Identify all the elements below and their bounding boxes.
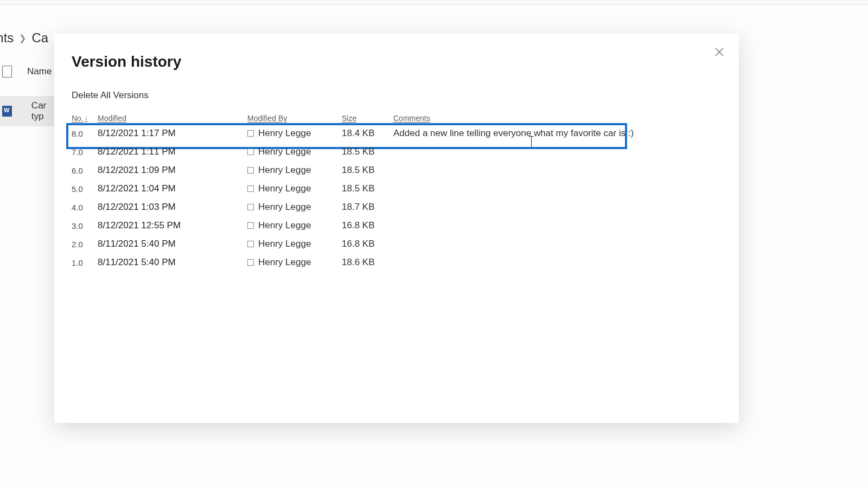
cell-size: 16.8 KB: [342, 220, 393, 231]
cell-version-no: 5.0: [72, 183, 98, 194]
file-row-selected[interactable]: Car typ: [0, 96, 60, 126]
cell-version-no: 3.0: [72, 220, 98, 230]
cell-modified-by: Henry Legge: [247, 146, 342, 157]
cell-modified-date[interactable]: 8/12/2021 1:09 PM: [98, 165, 247, 176]
presence-indicator-icon: [247, 204, 254, 210]
sync-icon: [18, 107, 25, 115]
versions-table: No. ↓ Modified Modified By Size Comments…: [72, 113, 722, 272]
cell-version-no: 1.0: [72, 257, 98, 267]
version-history-modal: Version history Delete All Versions No. …: [54, 34, 739, 423]
presence-indicator-icon: [247, 259, 254, 266]
modified-by-name[interactable]: Henry Legge: [258, 165, 311, 176]
cell-modified-by: Henry Legge: [247, 165, 342, 176]
breadcrumb-current: Ca: [31, 30, 48, 46]
table-row[interactable]: 7.08/12/2021 1:11 PMHenry Legge18.5 KB: [72, 143, 722, 161]
modified-by-name[interactable]: Henry Legge: [258, 128, 311, 139]
modal-overlay: Version history Delete All Versions No. …: [0, 0, 868, 488]
column-header-size[interactable]: Size: [342, 114, 393, 123]
cell-version-no: 2.0: [72, 239, 98, 249]
cell-modified-by: Henry Legge: [247, 183, 342, 194]
table-row[interactable]: 8.08/12/2021 1:17 PMHenry Legge18.4 KBAd…: [72, 124, 722, 143]
presence-indicator-icon: [247, 167, 254, 174]
modified-by-name[interactable]: Henry Legge: [258, 257, 311, 268]
column-header-modified-by[interactable]: Modified By: [247, 114, 342, 123]
cell-modified-date[interactable]: 8/12/2021 1:17 PM: [98, 128, 247, 139]
cell-modified-by: Henry Legge: [247, 239, 342, 249]
table-row[interactable]: 1.08/11/2021 5:40 PMHenry Legge18.6 KB: [72, 253, 722, 272]
table-body: 8.08/12/2021 1:17 PMHenry Legge18.4 KBAd…: [72, 124, 722, 272]
cell-version-no: 8.0: [72, 128, 98, 138]
cell-version-no: 4.0: [72, 202, 98, 212]
cell-modified-by: Henry Legge: [247, 220, 342, 231]
modified-by-name[interactable]: Henry Legge: [258, 183, 311, 194]
cell-comments: Added a new line telling everyone what m…: [393, 128, 722, 139]
column-header-modified[interactable]: Modified: [98, 114, 247, 123]
modal-title: Version history: [72, 53, 722, 70]
presence-indicator-icon: [247, 241, 254, 247]
breadcrumb-prev[interactable]: ents: [0, 30, 14, 46]
table-row[interactable]: 6.08/12/2021 1:09 PMHenry Legge18.5 KB: [72, 161, 722, 179]
close-icon: [715, 48, 724, 56]
column-header-no[interactable]: No. ↓: [72, 114, 98, 123]
presence-indicator-icon: [247, 185, 254, 192]
presence-indicator-icon: [247, 130, 254, 137]
cell-version-no: 7.0: [72, 146, 98, 157]
cell-size: 18.6 KB: [342, 257, 393, 268]
word-doc-icon: [2, 106, 12, 117]
cell-size: 18.5 KB: [342, 165, 393, 176]
column-name-header[interactable]: Name: [27, 66, 52, 77]
sort-descending-icon: ↓: [85, 114, 88, 122]
cell-modified-date[interactable]: 8/11/2021 5:40 PM: [98, 239, 247, 249]
cell-size: 18.7 KB: [342, 202, 393, 213]
presence-indicator-icon: [247, 149, 254, 155]
cell-size: 16.8 KB: [342, 239, 393, 249]
table-row[interactable]: 3.08/12/2021 12:55 PMHenry Legge16.8 KB: [72, 216, 722, 235]
cell-modified-date[interactable]: 8/12/2021 12:55 PM: [98, 220, 247, 231]
cell-modified-date[interactable]: 8/12/2021 1:03 PM: [98, 202, 247, 213]
column-header-comments[interactable]: Comments: [393, 114, 722, 123]
presence-indicator-icon: [247, 222, 254, 229]
modified-by-name[interactable]: Henry Legge: [258, 202, 311, 213]
table-row[interactable]: 4.08/12/2021 1:03 PMHenry Legge18.7 KB: [72, 198, 722, 216]
breadcrumb: ents ❯ Ca: [0, 30, 48, 46]
cell-modified-date[interactable]: 8/12/2021 1:04 PM: [98, 183, 247, 194]
delete-all-versions-link[interactable]: Delete All Versions: [72, 90, 149, 101]
cell-size: 18.5 KB: [342, 146, 393, 157]
cell-modified-by: Henry Legge: [247, 257, 342, 268]
cell-modified-by: Henry Legge: [247, 128, 342, 139]
modified-by-name[interactable]: Henry Legge: [258, 239, 311, 249]
chevron-right-icon: ❯: [19, 33, 26, 43]
cell-version-no: 6.0: [72, 165, 98, 175]
table-row[interactable]: 2.08/11/2021 5:40 PMHenry Legge16.8 KB: [72, 235, 722, 253]
cell-size: 18.4 KB: [342, 128, 393, 139]
cell-modified-date[interactable]: 8/11/2021 5:40 PM: [98, 257, 247, 268]
page-divider: [0, 4, 868, 4]
file-name: Car typ: [31, 100, 58, 122]
cell-modified-by: Henry Legge: [247, 202, 342, 213]
table-row[interactable]: 5.08/12/2021 1:04 PMHenry Legge18.5 KB: [72, 179, 722, 198]
file-type-icon: [2, 66, 12, 78]
cell-size: 18.5 KB: [342, 183, 393, 194]
table-header-row: No. ↓ Modified Modified By Size Comments: [72, 113, 722, 124]
modified-by-name[interactable]: Henry Legge: [258, 220, 311, 231]
cell-modified-date[interactable]: 8/12/2021 1:11 PM: [98, 146, 247, 157]
file-list-header: Name: [2, 66, 52, 78]
modified-by-name[interactable]: Henry Legge: [258, 146, 311, 157]
close-button[interactable]: [712, 44, 727, 60]
